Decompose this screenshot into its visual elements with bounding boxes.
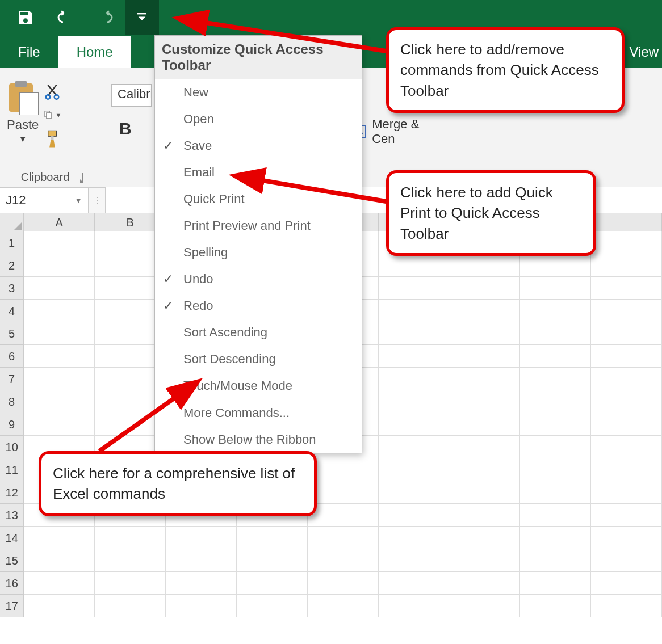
cell[interactable] — [591, 322, 662, 345]
cell[interactable] — [308, 504, 379, 527]
cell[interactable] — [449, 413, 520, 436]
cell[interactable] — [520, 549, 591, 572]
bold-button[interactable]: B — [111, 117, 140, 141]
tab-file[interactable]: File — [0, 36, 58, 68]
cell[interactable] — [520, 300, 591, 322]
cell[interactable] — [166, 572, 237, 595]
cell[interactable] — [520, 458, 591, 481]
cell[interactable] — [520, 322, 591, 345]
menu-item[interactable]: ✓Save — [155, 132, 362, 159]
cell[interactable] — [449, 277, 520, 300]
menu-item-more-commands[interactable]: More Commands... — [155, 399, 362, 426]
name-box[interactable]: J12 ▼ — [0, 187, 89, 213]
cell[interactable] — [24, 527, 95, 549]
menu-item[interactable]: Touch/Mouse Mode — [155, 372, 362, 399]
cell[interactable] — [308, 527, 379, 549]
cell[interactable] — [237, 549, 308, 572]
cell[interactable] — [591, 390, 662, 413]
formula-bar-drag[interactable]: ⋮ — [89, 187, 106, 213]
column-header[interactable] — [591, 213, 662, 231]
cell[interactable] — [24, 390, 95, 413]
cell[interactable] — [449, 481, 520, 504]
cell[interactable] — [449, 504, 520, 527]
cell[interactable] — [308, 458, 379, 481]
cell[interactable] — [166, 549, 237, 572]
cell[interactable] — [379, 322, 450, 345]
chevron-down-icon[interactable]: ▼ — [55, 112, 61, 119]
undo-button[interactable] — [45, 0, 85, 35]
cell[interactable] — [24, 345, 95, 368]
cell[interactable] — [591, 481, 662, 504]
cell[interactable] — [379, 436, 450, 458]
cell[interactable] — [308, 572, 379, 595]
cell[interactable] — [379, 504, 450, 527]
cell[interactable] — [24, 300, 95, 322]
row-header[interactable]: 12 — [0, 481, 24, 504]
cell[interactable] — [24, 572, 95, 595]
cell[interactable] — [591, 368, 662, 390]
cell[interactable] — [520, 595, 591, 617]
row-header[interactable]: 3 — [0, 277, 24, 300]
redo-button[interactable] — [85, 0, 125, 35]
save-button[interactable] — [6, 0, 45, 35]
cell[interactable] — [520, 413, 591, 436]
cell[interactable] — [166, 527, 237, 549]
cell[interactable] — [95, 527, 166, 549]
cell[interactable] — [591, 549, 662, 572]
row-header[interactable]: 7 — [0, 368, 24, 390]
cell[interactable] — [520, 527, 591, 549]
cell[interactable] — [520, 277, 591, 300]
row-header[interactable]: 8 — [0, 390, 24, 413]
row-header[interactable]: 2 — [0, 254, 24, 277]
cell[interactable] — [591, 345, 662, 368]
menu-item[interactable]: New — [155, 79, 362, 106]
select-all-corner[interactable] — [0, 213, 24, 231]
cell[interactable] — [24, 413, 95, 436]
cell[interactable] — [520, 436, 591, 458]
menu-item[interactable]: Sort Ascending — [155, 319, 362, 346]
cell[interactable] — [520, 572, 591, 595]
cell[interactable] — [95, 595, 166, 617]
menu-item[interactable]: Print Preview and Print — [155, 212, 362, 239]
cell[interactable] — [591, 277, 662, 300]
cell[interactable] — [379, 254, 450, 277]
menu-item[interactable]: Quick Print — [155, 186, 362, 212]
menu-item[interactable]: ✓Undo — [155, 266, 362, 292]
copy-button[interactable]: ▼ — [43, 106, 61, 124]
cell[interactable] — [379, 277, 450, 300]
cell[interactable] — [379, 345, 450, 368]
cell[interactable] — [591, 231, 662, 254]
menu-item-show-below-ribbon[interactable]: Show Below the Ribbon — [155, 426, 362, 453]
format-painter-button[interactable] — [43, 130, 61, 148]
column-header[interactable]: A — [24, 213, 95, 231]
cell[interactable] — [591, 504, 662, 527]
cell[interactable] — [591, 436, 662, 458]
cell[interactable] — [591, 527, 662, 549]
cell[interactable] — [24, 549, 95, 572]
cell[interactable] — [379, 572, 450, 595]
cell[interactable] — [449, 390, 520, 413]
cell[interactable] — [237, 595, 308, 617]
menu-item[interactable]: Email — [155, 159, 362, 186]
cell[interactable] — [520, 481, 591, 504]
cell[interactable] — [24, 277, 95, 300]
row-header[interactable]: 5 — [0, 322, 24, 345]
cell[interactable] — [449, 300, 520, 322]
cell[interactable] — [449, 322, 520, 345]
cell[interactable] — [520, 345, 591, 368]
cell[interactable] — [379, 368, 450, 390]
cell[interactable] — [449, 549, 520, 572]
cell[interactable] — [95, 572, 166, 595]
cell[interactable] — [308, 549, 379, 572]
cell[interactable] — [449, 254, 520, 277]
menu-item[interactable]: ✓Redo — [155, 292, 362, 319]
cell[interactable] — [379, 390, 450, 413]
cell[interactable] — [520, 368, 591, 390]
cell[interactable] — [237, 572, 308, 595]
row-header[interactable]: 14 — [0, 527, 24, 549]
cell[interactable] — [520, 390, 591, 413]
cell[interactable] — [591, 413, 662, 436]
tab-home[interactable]: Home — [58, 36, 131, 68]
cell[interactable] — [591, 595, 662, 617]
cell[interactable] — [449, 368, 520, 390]
